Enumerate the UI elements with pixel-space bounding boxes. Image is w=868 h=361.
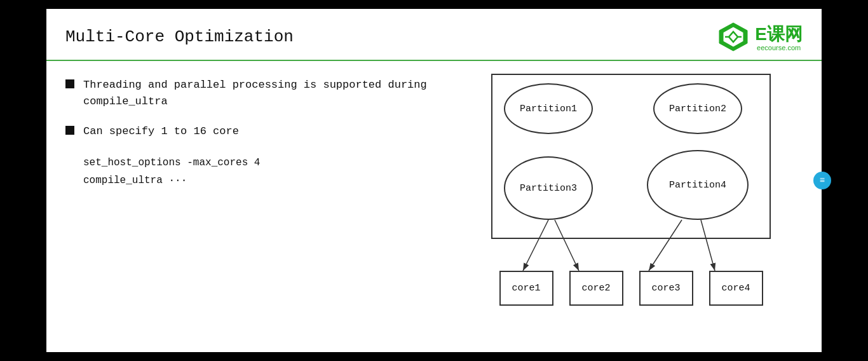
core4-label: core4: [721, 283, 750, 294]
code-block: set_host_options -max_cores 4 compile_ul…: [83, 154, 447, 191]
right-panel: Partition1 Partition2 Partition3 Partiti…: [459, 74, 803, 328]
partition2-ellipse: Partition2: [653, 83, 742, 134]
scroll-icon: ≡: [820, 175, 825, 186]
logo-area: E课网 eecourse.com: [717, 20, 803, 53]
logo-icon: [717, 20, 750, 53]
partition4-label: Partition4: [669, 180, 726, 191]
bullet-square-2: [65, 126, 74, 135]
code-line-2: compile_ultra ···: [83, 172, 447, 190]
bullet-item-1: Threading and parallel processing is sup…: [65, 77, 447, 109]
content-area: Threading and parallel processing is sup…: [46, 61, 822, 341]
logo-main-text: E课网: [755, 24, 803, 44]
partition1-label: Partition1: [520, 104, 577, 114]
slide: Multi-Core Optimization E课网 eecourse.com…: [46, 9, 822, 352]
core2-box: core2: [569, 271, 623, 306]
core3-box: core3: [639, 271, 693, 306]
partition1-ellipse: Partition1: [504, 83, 593, 134]
core-row: core1 core2 core3 core4: [491, 271, 771, 306]
bullet-text-2: Can specify 1 to 16 core: [83, 123, 239, 140]
diagram: Partition1 Partition2 Partition3 Partiti…: [485, 74, 777, 328]
partition4-ellipse: Partition4: [647, 150, 749, 220]
core1-box: core1: [499, 271, 553, 306]
header: Multi-Core Optimization E课网 eecourse.com: [46, 9, 822, 61]
logo-text-block: E课网 eecourse.com: [755, 22, 803, 51]
slide-title: Multi-Core Optimization: [65, 27, 294, 46]
core4-box: core4: [709, 271, 763, 306]
bullet-square-1: [65, 79, 74, 88]
left-panel: Threading and parallel processing is sup…: [65, 74, 447, 328]
bullet-item-2: Can specify 1 to 16 core: [65, 123, 447, 140]
logo-sub-text: eecourse.com: [755, 44, 803, 51]
core3-label: core3: [651, 283, 680, 294]
partition2-label: Partition2: [669, 104, 726, 114]
partition3-label: Partition3: [520, 183, 577, 194]
code-line-1: set_host_options -max_cores 4: [83, 154, 447, 172]
core2-label: core2: [581, 283, 610, 294]
bullet-text-1: Threading and parallel processing is sup…: [83, 77, 447, 109]
partition3-ellipse: Partition3: [504, 156, 593, 220]
core1-label: core1: [512, 283, 540, 294]
scroll-indicator[interactable]: ≡: [813, 172, 831, 189]
